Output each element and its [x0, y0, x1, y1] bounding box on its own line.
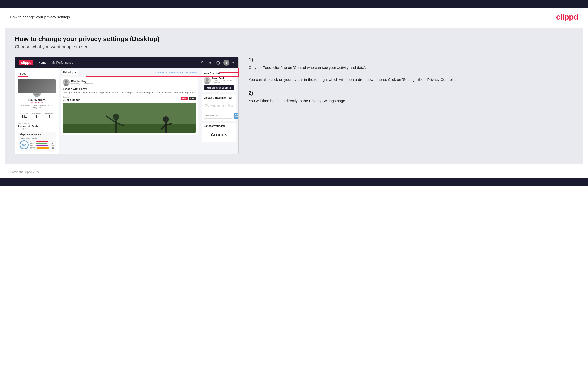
- tag-ott: OTT: [181, 97, 188, 100]
- avatar-icon[interactable]: B: [223, 60, 229, 66]
- app-body: Feed Blair McHarg Plus Handicap Royal No…: [15, 68, 238, 154]
- coach-row: David Ford 📍 Royal North Devon Golf Club: [204, 77, 234, 84]
- search-icon[interactable]: ⚲: [199, 60, 205, 65]
- manage-coaches-button[interactable]: Manage Your Coaches: [204, 85, 234, 90]
- post-description: Looking to feel like my hands are exitin…: [63, 91, 196, 94]
- stat-bars: OTT 90 APP 85: [30, 140, 54, 149]
- post-title: Lesson with Fordy: [63, 87, 196, 90]
- bar-ott: OTT 90: [30, 140, 54, 142]
- player-perf-title: Player Performance: [20, 133, 54, 136]
- post-author-avatar: [63, 79, 70, 86]
- trackman-placeholder: Trackman Link: [204, 101, 234, 111]
- post-card: Blair McHarg Yesterday · Sunningdale Les…: [61, 77, 198, 135]
- feed-tab[interactable]: Feed: [18, 71, 28, 77]
- post-header: Blair McHarg Yesterday · Sunningdale: [63, 79, 196, 86]
- instruction-1-text: On your Feed, click/tap on 'Control who …: [249, 65, 571, 83]
- person-icon[interactable]: ●: [207, 60, 213, 65]
- page-subtitle: Choose what you want people to see: [15, 44, 573, 50]
- header: How to change your privacy settings clip…: [0, 8, 588, 25]
- trackman-title: Upload a Trackman Test: [204, 96, 234, 99]
- player-performance-box: Player Performance Total Player Quality …: [18, 132, 56, 151]
- footer: Copyright Clippd 2022: [0, 166, 588, 178]
- privacy-link[interactable]: Control who can see your activity and da…: [155, 71, 198, 74]
- post-author-name: Blair McHarg: [71, 80, 93, 83]
- add-link-button[interactable]: Add Link: [234, 113, 239, 119]
- coaches-panel: Your Coaches David Ford 📍 Royal North: [202, 70, 236, 92]
- top-bar: [0, 0, 588, 8]
- app-screenshot: clippd Home My Performance ⚲ ● ⨁ B ▼: [15, 57, 239, 154]
- avatar-chevron[interactable]: ▼: [232, 61, 234, 64]
- app-nav: clippd Home My Performance ⚲ ● ⨁ B ▼: [15, 57, 238, 68]
- stat-following: Following 4: [45, 112, 54, 118]
- app-logo: clippd: [19, 60, 33, 65]
- bar-putt: PUTT 96: [30, 147, 54, 149]
- tpq-label: Total Player Quality: [20, 137, 54, 139]
- coach-name: David Ford: [212, 77, 234, 79]
- svg-point-18: [206, 78, 209, 81]
- nav-item-performance[interactable]: My Performance: [51, 61, 73, 64]
- page-title: How to change your privacy settings (Des…: [15, 35, 573, 43]
- svg-point-9: [113, 114, 119, 120]
- content-row: clippd Home My Performance ⚲ ● ⨁ B ▼: [15, 57, 573, 154]
- profile-tag: Plus Handicap: [18, 101, 56, 104]
- profile-club: Royal North Devon Golf Club, United King…: [18, 104, 56, 109]
- stat-followers: Followers 3: [32, 112, 41, 118]
- feed-header: Following ▼ Control who can see your act…: [61, 70, 198, 75]
- connect-data-title: Connect your data: [204, 125, 234, 127]
- lesson-image: [63, 103, 196, 133]
- tag-badges: OTT APP: [181, 97, 196, 100]
- tpq-row: 92 OTT 90 APP: [20, 140, 54, 149]
- coaches-title: Your Coaches: [204, 72, 234, 75]
- profile-cover: [18, 79, 56, 93]
- app-right-panel: Your Coaches David Ford 📍 Royal North: [200, 68, 238, 154]
- trackman-input-row: Add Link: [204, 113, 234, 119]
- app-screenshot-wrap: clippd Home My Performance ⚲ ● ⨁ B ▼: [15, 57, 239, 154]
- tag-app: APP: [189, 97, 196, 100]
- trackman-panel: Upload a Trackman Test Trackman Link Add…: [202, 94, 236, 121]
- following-button[interactable]: Following ▼: [61, 70, 79, 75]
- svg-point-3: [65, 80, 68, 83]
- svg-point-14: [163, 116, 169, 122]
- svg-point-1: [35, 94, 39, 95]
- app-feed: Following ▼ Control who can see your act…: [59, 68, 200, 154]
- duration-value: 01 hr : 30 min: [63, 98, 80, 101]
- bottom-bar: [0, 178, 588, 186]
- header-accent-line: [0, 25, 588, 25]
- coach-club: 📍 Royal North Devon Golf Club: [212, 79, 234, 84]
- nav-icons: ⚲ ● ⨁ B ▼: [199, 60, 234, 66]
- latest-activity-date: 03 Aug 2022: [18, 127, 56, 130]
- latest-activity-name: Lesson with Fordy: [18, 125, 56, 127]
- instruction-1-number: 1): [249, 57, 571, 63]
- bar-app: APP 85: [30, 143, 54, 144]
- connect-data-panel: Connect your data Arccos: [202, 123, 236, 142]
- profile-name: Blair McHarg: [18, 98, 56, 101]
- instruction-2-number: 2): [249, 90, 571, 96]
- instruction-2: 2) You will then be taken directly to th…: [249, 90, 571, 104]
- instruction-1: 1) On your Feed, click/tap on 'Control w…: [249, 57, 571, 83]
- coach-avatar: [204, 77, 211, 84]
- instructions: 1) On your Feed, click/tap on 'Control w…: [246, 57, 573, 111]
- breadcrumb: How to change your privacy settings: [10, 15, 70, 19]
- main-content: How to change your privacy settings (Des…: [5, 28, 583, 164]
- latest-activity-label: Latest Activity: [18, 122, 56, 124]
- logo: clippd: [556, 12, 578, 22]
- copyright: Copyright Clippd 2022: [10, 170, 40, 174]
- app-sidebar: Feed Blair McHarg Plus Handicap Royal No…: [15, 68, 59, 154]
- post-author-location: Yesterday · Sunningdale: [71, 83, 93, 85]
- bar-arg: ARG 86: [30, 145, 54, 147]
- trackman-input[interactable]: [204, 113, 233, 119]
- instruction-2-text: You will then be taken directly to the P…: [249, 98, 571, 104]
- profile-stats: Activities 131 Followers 3 Following 4: [18, 111, 56, 120]
- arccos-title: Arccos: [204, 129, 234, 140]
- duration-label: Duration: [63, 96, 80, 98]
- score-circle: 92: [20, 140, 29, 149]
- svg-rect-6: [63, 124, 196, 132]
- stat-activities: Activities 131: [20, 112, 28, 118]
- duration-row: Duration 01 hr : 30 min OTT APP: [63, 96, 196, 101]
- nav-item-home[interactable]: Home: [38, 61, 46, 64]
- add-circle-icon[interactable]: ⨁: [215, 60, 221, 65]
